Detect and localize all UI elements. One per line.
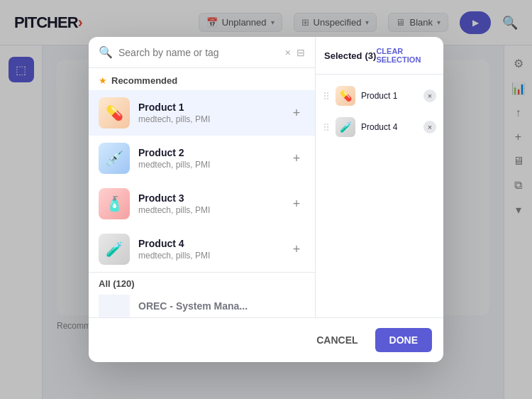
product-item[interactable]: 💊 Product 1 medtech, pills, PMI + <box>89 90 315 136</box>
partial-thumb <box>99 295 130 317</box>
selected-count: (3) <box>365 50 376 61</box>
modal-right-panel: Selected (3) CLEAR SELECTION 💊 Product 1… <box>316 37 443 317</box>
product-info-1: Product 1 medtech, pills, PMI <box>138 102 279 124</box>
selected-list: 💊 Product 1 × 🧪 Product 4 × <box>316 75 443 317</box>
clear-selection-button[interactable]: CLEAR SELECTION <box>376 47 435 64</box>
recommended-header: ★ Recommended <box>89 68 315 90</box>
product-thumb-2: 💉 <box>99 143 130 174</box>
all-section-header: All (120) <box>89 272 315 295</box>
modal-left-panel: 🔍 × ⊟ ★ Recommended 💊 Product 1 medtech,… <box>89 37 316 317</box>
selected-item: 💊 Product 1 × <box>316 80 443 111</box>
product-tags-3: medtech, pills, PMI <box>138 205 279 215</box>
cancel-button[interactable]: CANCEL <box>308 329 366 351</box>
product-item[interactable]: 💉 Product 2 medtech, pills, PMI + <box>89 136 315 181</box>
add-product-4-button[interactable]: + <box>288 241 305 258</box>
product-tags-1: medtech, pills, PMI <box>138 114 279 124</box>
product-info-3: Product 3 medtech, pills, PMI <box>138 192 279 215</box>
product-thumb-3: 🧴 <box>99 188 130 219</box>
product-tags-4: medtech, pills, PMI <box>138 251 279 261</box>
search-input[interactable] <box>118 47 279 58</box>
done-button[interactable]: DONE <box>375 328 432 352</box>
modal-body: 🔍 × ⊟ ★ Recommended 💊 Product 1 medtech,… <box>89 37 443 317</box>
selected-name-2: Product 4 <box>361 122 418 132</box>
selected-title: Selected <box>324 50 362 61</box>
product-name-4: Product 4 <box>138 238 279 249</box>
star-icon: ★ <box>99 75 107 86</box>
drag-handle[interactable] <box>323 91 330 101</box>
remove-selected-2-button[interactable]: × <box>423 121 436 133</box>
product-thumb-1: 💊 <box>99 97 130 129</box>
product-list: 💊 Product 1 medtech, pills, PMI + 💉 Prod… <box>89 90 315 317</box>
recommended-text: Recommended <box>111 75 177 86</box>
product-info-2: Product 2 medtech, pills, PMI <box>138 147 279 170</box>
all-section-label: All (120) <box>99 278 135 289</box>
add-product-3-button[interactable]: + <box>288 195 305 212</box>
remove-selected-1-button[interactable]: × <box>423 89 436 102</box>
partial-product-item[interactable]: OREC - System Mana... <box>89 295 315 317</box>
product-search-modal: 🔍 × ⊟ ★ Recommended 💊 Product 1 medtech,… <box>89 37 443 362</box>
product-item[interactable]: 🧴 Product 3 medtech, pills, PMI + <box>89 181 315 226</box>
product-item[interactable]: 🧪 Product 4 medtech, pills, PMI + <box>89 226 315 272</box>
search-bar: 🔍 × ⊟ <box>89 37 315 68</box>
modal-footer: CANCEL DONE <box>89 317 443 362</box>
add-product-2-button[interactable]: + <box>288 150 305 167</box>
drag-handle[interactable] <box>323 122 330 132</box>
selected-name-1: Product 1 <box>361 91 418 101</box>
search-icon: 🔍 <box>99 45 113 59</box>
selected-header: Selected (3) CLEAR SELECTION <box>316 37 443 75</box>
partial-product-name: OREC - System Mana... <box>138 300 248 312</box>
product-thumb-4: 🧪 <box>99 234 130 265</box>
product-tags-2: medtech, pills, PMI <box>138 160 279 170</box>
product-name-1: Product 1 <box>138 102 279 113</box>
clear-search-icon[interactable]: × <box>285 47 291 58</box>
selected-thumb-1: 💊 <box>336 86 355 106</box>
selected-thumb-2: 🧪 <box>336 117 355 137</box>
product-name-3: Product 3 <box>138 192 279 204</box>
product-info-4: Product 4 medtech, pills, PMI <box>138 238 279 261</box>
selected-item: 🧪 Product 4 × <box>316 111 443 143</box>
add-product-1-button[interactable]: + <box>288 104 305 121</box>
filter-icon[interactable]: ⊟ <box>297 47 305 58</box>
product-name-2: Product 2 <box>138 147 279 158</box>
